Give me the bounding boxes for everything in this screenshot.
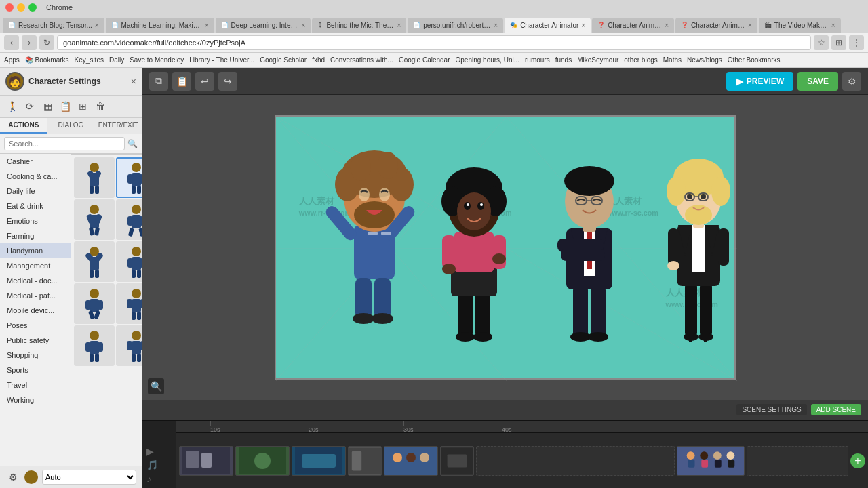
chrome-menu[interactable]: ⋮ (849, 35, 864, 50)
category-shopping[interactable]: Shopping (0, 348, 71, 363)
tab-3[interactable]: 🎙Behind the Mic: The Scie...× (312, 18, 406, 33)
action-icon5[interactable]: 🗑 (92, 98, 108, 115)
thumb-0[interactable] (179, 446, 233, 476)
expression-select[interactable]: Auto (42, 470, 136, 485)
back-button[interactable]: ‹ (4, 35, 19, 50)
anim-cell-12[interactable] (74, 325, 115, 366)
add-track-button[interactable]: + (850, 453, 865, 468)
category-sports[interactable]: Sports (0, 363, 71, 378)
search-input[interactable] (4, 137, 125, 150)
anim-cell-4[interactable] (116, 199, 142, 240)
tab-4[interactable]: 📄perso.unifr.ch/roberto.cal...× (408, 18, 503, 33)
timeline-audio-icon[interactable]: 🎵 (145, 458, 173, 472)
bookmark-scholar[interactable]: Google Scholar (260, 56, 307, 64)
paste-button[interactable]: 📋 (172, 72, 191, 91)
bookmark-other[interactable]: Other Bookmarks (728, 56, 781, 64)
settings-button[interactable]: ⚙ (842, 72, 861, 91)
canvas[interactable]: 人人素材www.rr-sc.com 人人素材www.rr-sc.com 人人素材… (275, 115, 736, 380)
action-icon4[interactable]: ⊞ (75, 98, 91, 115)
thumb-char[interactable] (677, 446, 745, 476)
anim-cell-9[interactable] (74, 283, 115, 324)
category-handyman[interactable]: Handyman (0, 243, 71, 258)
tab-7[interactable]: ❓Character Animator Help× (675, 18, 757, 33)
anim-cell-3[interactable] (74, 199, 115, 240)
tab-1[interactable]: 📄Machine Learning: Making...× (106, 18, 214, 33)
maximize-button[interactable] (28, 3, 37, 12)
bookmark-mendeley[interactable]: Save to Mendeley (130, 56, 184, 64)
anim-cell-10[interactable] (116, 283, 142, 324)
tab-8[interactable]: 🎬The Video Maker from Goa...× (759, 18, 841, 33)
bookmark-keysites[interactable]: Key_sites (75, 56, 104, 64)
add-scene-button[interactable]: ADD SCENE (811, 404, 861, 415)
tab-5-active[interactable]: 🎭Character Animator× (505, 18, 591, 33)
scene-settings-button[interactable]: SCENE SETTINGS (736, 404, 806, 415)
extensions-button[interactable]: ⊞ (831, 35, 846, 50)
bookmark-star[interactable]: ☆ (814, 35, 829, 50)
category-poses[interactable]: Poses (0, 318, 71, 333)
bookmark-fxhd[interactable]: fxhd (312, 56, 325, 64)
bookmark-rumours[interactable]: rumours (525, 56, 550, 64)
tab-enter-exit[interactable]: ENTER/EXIT (94, 118, 142, 134)
bookmark-mike[interactable]: MikeSeymour (577, 56, 618, 64)
category-working[interactable]: Working (0, 392, 71, 407)
thumb-4[interactable] (384, 446, 438, 476)
redo-button[interactable]: ↪ (218, 72, 237, 91)
minimize-button[interactable] (17, 3, 25, 12)
category-cooking[interactable]: Cooking & ca... (0, 169, 71, 184)
anim-cell-6[interactable] (74, 241, 115, 282)
category-medical-pat[interactable]: Medical - pat... (0, 288, 71, 303)
category-cashier[interactable]: Cashier (0, 154, 71, 169)
bookmark-apps[interactable]: Apps (4, 56, 20, 64)
category-mobile[interactable]: Mobile devic... (0, 303, 71, 318)
bookmark-gcal[interactable]: Google Calendar (399, 56, 450, 64)
svg-point-159 (667, 261, 679, 270)
undo-button[interactable]: ↩ (195, 72, 214, 91)
action-icon3[interactable]: 📋 (57, 98, 73, 115)
bookmark-daily[interactable]: Daily (109, 56, 124, 64)
settings-gear-icon[interactable]: ⚙ (5, 470, 20, 485)
tab-actions[interactable]: ACTIONS (0, 118, 47, 134)
tab-0[interactable]: 📄Research Blog: Tensor...× (3, 18, 104, 33)
walk-icon[interactable]: 🚶 (4, 98, 20, 115)
thumb-1[interactable] (235, 446, 290, 476)
category-farming[interactable]: Farming (0, 228, 71, 243)
action-icon2[interactable]: ▦ (39, 98, 56, 115)
bookmark-news[interactable]: News/blogs (687, 56, 722, 64)
bookmark-funds[interactable]: funds (555, 56, 572, 64)
anim-cell-7[interactable] (116, 241, 142, 282)
category-daily[interactable]: Daily life (0, 184, 71, 199)
category-medical-doc[interactable]: Medical - doc... (0, 273, 71, 288)
category-travel[interactable]: Travel (0, 378, 71, 392)
anim-cell-13[interactable] (116, 325, 142, 366)
panel-close-button[interactable]: × (131, 76, 136, 87)
thumb-3[interactable] (348, 446, 382, 476)
copy-button[interactable]: ⧉ (149, 72, 168, 91)
category-public[interactable]: Public safety (0, 333, 71, 348)
timeline-music-icon[interactable]: ♪ (145, 472, 173, 485)
thumb-2[interactable] (292, 446, 346, 476)
bookmark-opening[interactable]: Opening hours, Uni... (456, 56, 520, 64)
tab-2[interactable]: 📄Deep Learning: Intelligenc...× (216, 18, 311, 33)
close-button[interactable] (5, 3, 14, 12)
bookmark-bookmarks[interactable]: 📚 Bookmarks (25, 56, 69, 64)
bookmark-maths[interactable]: Maths (663, 56, 682, 64)
category-emotions[interactable]: Emotions (0, 214, 71, 228)
tab-dialog[interactable]: DIALOG (47, 118, 95, 134)
timeline-play-icon[interactable]: ▶ (145, 445, 173, 458)
anim-cell-0[interactable] (74, 157, 115, 198)
tab-6[interactable]: ❓Character Animator Help...× (592, 18, 674, 33)
action-icon1[interactable]: ⟳ (22, 98, 38, 115)
category-eat[interactable]: Eat & drink (0, 199, 71, 214)
zoom-button[interactable]: 🔍 (148, 378, 164, 394)
url-bar[interactable]: goanimate.com/videomaker/full/editcheck/… (57, 35, 811, 50)
bookmark-conversations[interactable]: Conversations with... (330, 56, 393, 64)
bookmark-other-blogs[interactable]: other blogs (624, 56, 657, 64)
save-button[interactable]: SAVE (797, 72, 838, 91)
category-management[interactable]: Management (0, 258, 71, 273)
refresh-button[interactable]: ↻ (39, 35, 54, 50)
thumb-5[interactable] (440, 446, 474, 476)
bookmark-library[interactable]: Library - The Univer... (189, 56, 254, 64)
forward-button[interactable]: › (22, 35, 37, 50)
preview-button[interactable]: ▶ PREVIEW (726, 72, 793, 91)
anim-cell-1[interactable] (116, 157, 142, 198)
